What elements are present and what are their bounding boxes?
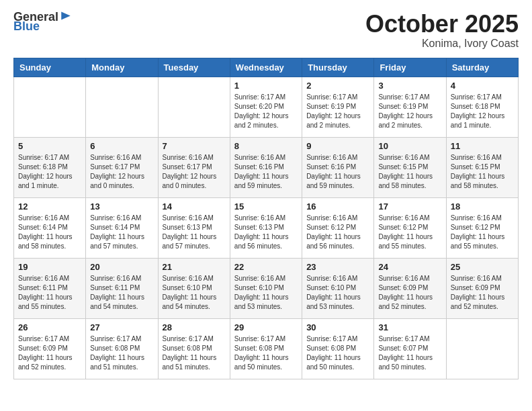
calendar-cell: 12Sunrise: 6:16 AMSunset: 6:14 PMDayligh… — [14, 197, 86, 258]
day-info: Sunrise: 6:17 AMSunset: 6:19 PMDaylight:… — [378, 93, 441, 130]
sunrise-text: Sunrise: 6:17 AM — [163, 334, 226, 344]
day-number: 18 — [451, 201, 514, 212]
sunrise-text: Sunrise: 6:16 AM — [306, 153, 369, 163]
sunset-text: Sunset: 6:08 PM — [306, 344, 369, 353]
day-info: Sunrise: 6:16 AMSunset: 6:16 PMDaylight:… — [306, 153, 369, 191]
calendar-cell: 8Sunrise: 6:16 AMSunset: 6:16 PMDaylight… — [230, 137, 302, 197]
sunset-text: Sunset: 6:12 PM — [306, 223, 369, 232]
sunrise-text: Sunrise: 6:16 AM — [378, 214, 441, 223]
logo-flag-icon — [60, 11, 72, 23]
daylight-text: Daylight: 11 hours and 50 minutes. — [378, 353, 441, 372]
sunset-text: Sunset: 6:15 PM — [451, 163, 514, 172]
day-info: Sunrise: 6:16 AMSunset: 6:17 PMDaylight:… — [163, 153, 226, 191]
day-number: 4 — [451, 81, 514, 91]
week-row-3: 12Sunrise: 6:16 AMSunset: 6:14 PMDayligh… — [14, 197, 519, 258]
sunrise-text: Sunrise: 6:16 AM — [378, 153, 441, 163]
daylight-text: Daylight: 11 hours and 59 minutes. — [234, 172, 298, 191]
calendar-cell: 17Sunrise: 6:16 AMSunset: 6:12 PMDayligh… — [374, 197, 446, 258]
daylight-text: Daylight: 11 hours and 55 minutes. — [18, 293, 81, 312]
day-info: Sunrise: 6:16 AMSunset: 6:10 PMDaylight:… — [234, 274, 298, 312]
day-info: Sunrise: 6:17 AMSunset: 6:19 PMDaylight:… — [306, 93, 369, 130]
calendar-cell: 10Sunrise: 6:16 AMSunset: 6:15 PMDayligh… — [374, 137, 446, 197]
day-number: 28 — [163, 322, 226, 332]
logo-blue: Blue — [13, 20, 40, 32]
sunrise-text: Sunrise: 6:16 AM — [306, 214, 369, 223]
day-number: 12 — [18, 201, 81, 212]
day-info: Sunrise: 6:16 AMSunset: 6:13 PMDaylight:… — [163, 214, 226, 251]
page: General Blue October 2025 Konima, Ivory … — [0, 0, 532, 390]
sunrise-text: Sunrise: 6:16 AM — [378, 274, 441, 283]
sunrise-text: Sunrise: 6:16 AM — [451, 274, 514, 283]
sunset-text: Sunset: 6:08 PM — [234, 344, 298, 353]
daylight-text: Daylight: 11 hours and 50 minutes. — [306, 353, 369, 372]
sunrise-text: Sunrise: 6:17 AM — [234, 334, 298, 344]
logo: General Blue — [13, 11, 72, 32]
calendar-cell: 5Sunrise: 6:17 AMSunset: 6:18 PMDaylight… — [14, 137, 86, 197]
calendar-cell: 6Sunrise: 6:16 AMSunset: 6:17 PMDaylight… — [86, 137, 158, 197]
day-info: Sunrise: 6:17 AMSunset: 6:08 PMDaylight:… — [163, 334, 226, 372]
daylight-text: Daylight: 11 hours and 53 minutes. — [306, 293, 369, 312]
sunset-text: Sunset: 6:09 PM — [451, 283, 514, 293]
daylight-text: Daylight: 12 hours and 2 minutes. — [378, 111, 441, 130]
calendar-cell: 29Sunrise: 6:17 AMSunset: 6:08 PMDayligh… — [230, 318, 302, 379]
sunrise-text: Sunrise: 6:17 AM — [451, 93, 514, 102]
sunset-text: Sunset: 6:16 PM — [234, 163, 298, 172]
day-number: 5 — [18, 141, 81, 151]
day-number: 26 — [18, 322, 81, 332]
day-info: Sunrise: 6:17 AMSunset: 6:20 PMDaylight:… — [234, 93, 298, 130]
daylight-text: Daylight: 11 hours and 52 minutes. — [378, 293, 441, 312]
sunset-text: Sunset: 6:13 PM — [234, 223, 298, 232]
daylight-text: Daylight: 12 hours and 1 minute. — [18, 172, 81, 191]
day-info: Sunrise: 6:16 AMSunset: 6:09 PMDaylight:… — [378, 274, 441, 312]
day-info: Sunrise: 6:17 AMSunset: 6:08 PMDaylight:… — [306, 334, 369, 372]
sunset-text: Sunset: 6:12 PM — [451, 223, 514, 232]
header-friday: Friday — [374, 58, 446, 77]
calendar-cell — [14, 77, 86, 137]
daylight-text: Daylight: 11 hours and 54 minutes. — [163, 293, 226, 312]
calendar-cell — [86, 77, 158, 137]
day-info: Sunrise: 6:16 AMSunset: 6:12 PMDaylight:… — [378, 214, 441, 251]
day-info: Sunrise: 6:16 AMSunset: 6:10 PMDaylight:… — [306, 274, 369, 312]
calendar-cell: 7Sunrise: 6:16 AMSunset: 6:17 PMDaylight… — [158, 137, 230, 197]
month-title: October 2025 — [365, 11, 519, 38]
day-info: Sunrise: 6:17 AMSunset: 6:08 PMDaylight:… — [90, 334, 153, 372]
header: General Blue October 2025 Konima, Ivory … — [13, 11, 519, 50]
calendar-cell: 18Sunrise: 6:16 AMSunset: 6:12 PMDayligh… — [446, 197, 518, 258]
calendar-cell: 27Sunrise: 6:17 AMSunset: 6:08 PMDayligh… — [86, 318, 158, 379]
sunset-text: Sunset: 6:08 PM — [163, 344, 226, 353]
sunrise-text: Sunrise: 6:16 AM — [234, 153, 298, 163]
sunset-text: Sunset: 6:13 PM — [163, 223, 226, 232]
day-info: Sunrise: 6:17 AMSunset: 6:07 PMDaylight:… — [378, 334, 441, 372]
sunset-text: Sunset: 6:12 PM — [378, 223, 441, 232]
day-number: 27 — [90, 322, 153, 332]
calendar-table: Sunday Monday Tuesday Wednesday Thursday… — [13, 58, 519, 379]
calendar-cell: 1Sunrise: 6:17 AMSunset: 6:20 PMDaylight… — [230, 77, 302, 137]
daylight-text: Daylight: 11 hours and 58 minutes. — [451, 172, 514, 191]
day-info: Sunrise: 6:17 AMSunset: 6:08 PMDaylight:… — [234, 334, 298, 372]
calendar-cell: 28Sunrise: 6:17 AMSunset: 6:08 PMDayligh… — [158, 318, 230, 379]
day-number: 10 — [378, 141, 441, 151]
sunrise-text: Sunrise: 6:16 AM — [234, 274, 298, 283]
calendar-cell: 13Sunrise: 6:16 AMSunset: 6:14 PMDayligh… — [86, 197, 158, 258]
daylight-text: Daylight: 11 hours and 58 minutes. — [18, 232, 81, 251]
day-number: 3 — [378, 81, 441, 91]
day-number: 20 — [90, 262, 153, 272]
week-row-4: 19Sunrise: 6:16 AMSunset: 6:11 PMDayligh… — [14, 258, 519, 318]
calendar-cell — [158, 77, 230, 137]
header-thursday: Thursday — [302, 58, 374, 77]
day-number: 29 — [234, 322, 298, 332]
day-number: 8 — [234, 141, 298, 151]
calendar-cell: 3Sunrise: 6:17 AMSunset: 6:19 PMDaylight… — [374, 77, 446, 137]
day-number: 11 — [451, 141, 514, 151]
sunset-text: Sunset: 6:19 PM — [306, 102, 369, 111]
sunset-text: Sunset: 6:09 PM — [378, 283, 441, 293]
day-info: Sunrise: 6:17 AMSunset: 6:18 PMDaylight:… — [451, 93, 514, 130]
day-number: 31 — [378, 322, 441, 332]
day-info: Sunrise: 6:16 AMSunset: 6:11 PMDaylight:… — [18, 274, 81, 312]
calendar-cell: 4Sunrise: 6:17 AMSunset: 6:18 PMDaylight… — [446, 77, 518, 137]
sunset-text: Sunset: 6:08 PM — [90, 344, 153, 353]
sunset-text: Sunset: 6:15 PM — [378, 163, 441, 172]
day-info: Sunrise: 6:16 AMSunset: 6:11 PMDaylight:… — [90, 274, 153, 312]
daylight-text: Daylight: 11 hours and 58 minutes. — [378, 172, 441, 191]
sunset-text: Sunset: 6:09 PM — [18, 344, 81, 353]
